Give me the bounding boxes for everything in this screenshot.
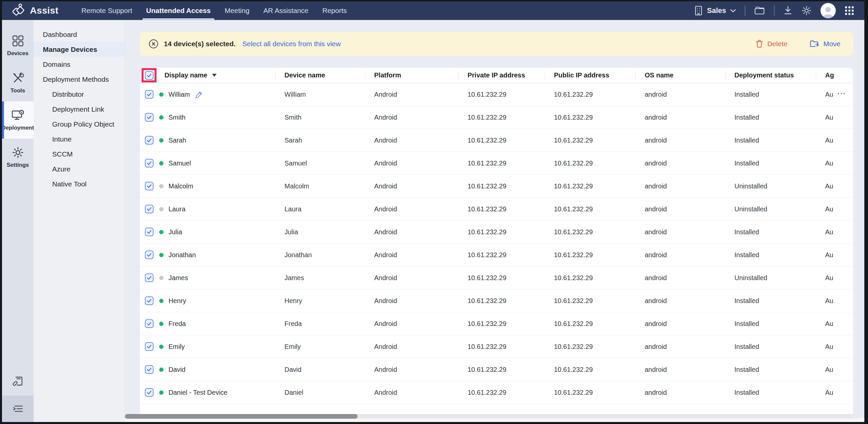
selection-banner: 14 device(s) selected. Select all device… [140, 32, 853, 56]
table-row: JamesJamesAndroid10.61.232.2910.61.232.2… [140, 267, 853, 290]
sidebar-item-domains[interactable]: Domains [34, 57, 125, 72]
horizontal-scrollbar-thumb[interactable] [125, 414, 358, 419]
column-label: Display name [164, 71, 207, 79]
private-ip-cell: 10.61.232.29 [458, 274, 545, 282]
app-window: Assist Remote SupportUnattended AccessMe… [0, 0, 868, 424]
deployment-status-cell: Installed [725, 366, 816, 373]
row-checkbox[interactable] [145, 136, 154, 145]
rail-item-label: Devices [7, 50, 28, 57]
sidebar-item-manage-devices[interactable]: Manage Devices [34, 42, 125, 57]
table-row: LauraLauraAndroid10.61.232.2910.61.232.2… [140, 198, 853, 221]
row-checkbox[interactable] [145, 342, 154, 351]
edit-name-icon[interactable] [195, 90, 203, 98]
public-ip-cell: 10.61.232.29 [545, 251, 636, 259]
download-icon[interactable] [783, 6, 793, 16]
private-ip-cell: 10.61.232.29 [458, 320, 545, 328]
row-checkbox[interactable] [145, 159, 154, 168]
platform-cell: Android [365, 228, 458, 236]
row-checkbox[interactable] [145, 365, 154, 374]
left-rail: DevicesToolsDeploymentSettings [2, 20, 34, 422]
row-checkbox[interactable] [145, 273, 154, 282]
private-ip-cell: 10.61.232.29 [458, 114, 545, 121]
device-name-cell: Samuel [275, 159, 365, 167]
row-checkbox[interactable] [145, 113, 154, 122]
sidebar-item-distributor[interactable]: Distributor [34, 87, 125, 102]
rail-item-deployment[interactable]: Deployment [2, 101, 34, 139]
clear-selection-icon[interactable] [149, 39, 158, 49]
nav-tab-meeting[interactable]: Meeting [218, 1, 256, 20]
org-picker[interactable]: Sales [694, 5, 736, 16]
device-name-cell: Jonathan [275, 251, 365, 259]
delete-button[interactable]: Delete [755, 39, 787, 48]
sidebar-item-sccm[interactable]: SCCM [34, 147, 125, 161]
offline-status-dot [159, 207, 163, 211]
row-checkbox[interactable] [145, 250, 154, 259]
row-actions-menu-icon[interactable]: ⋯ [837, 88, 846, 99]
nav-tab-reports[interactable]: Reports [315, 1, 354, 20]
os-name-cell: android [636, 274, 725, 282]
assist-logo-icon [12, 3, 26, 18]
sidebar-item-group-policy-object[interactable]: Group Policy Object [34, 117, 125, 131]
devices-table: Display name Device name Platform Privat… [140, 68, 853, 414]
device-name-cell: Emily [275, 343, 365, 351]
nav-tab-unattended-access[interactable]: Unattended Access [139, 1, 218, 20]
platform-cell: Android [365, 274, 458, 282]
deployment-status-cell: Installed [725, 389, 816, 396]
gear-icon[interactable] [801, 5, 812, 16]
private-ip-cell: 10.61.232.29 [458, 297, 545, 305]
rail-item-settings[interactable]: Settings [2, 139, 34, 176]
online-status-dot [159, 92, 163, 97]
sidebar-item-dashboard[interactable]: Dashboard [34, 27, 125, 42]
row-checkbox[interactable] [145, 205, 154, 213]
sidebar-item-deployment-link[interactable]: Deployment Link [34, 102, 125, 117]
os-name-cell: android [636, 251, 725, 259]
rail-item-tools[interactable]: Tools [2, 64, 34, 101]
column-header-display-name[interactable]: Display name [140, 68, 275, 83]
device-display-name: Laura [168, 205, 185, 213]
device-display-name: Sarah [168, 137, 186, 144]
display-name-cell: Laura [140, 205, 275, 213]
move-button[interactable]: Move [809, 39, 840, 48]
deployment-status-cell: Installed [725, 251, 816, 259]
row-checkbox[interactable] [145, 319, 154, 328]
rail-items: DevicesToolsDeploymentSettings [2, 27, 34, 176]
device-name-cell: Smith [275, 114, 365, 121]
row-checkbox[interactable] [145, 182, 154, 190]
sidebar-item-azure[interactable]: Azure [34, 161, 125, 177]
apps-grid-icon[interactable] [844, 6, 855, 16]
display-name-cell: Freda [140, 319, 275, 328]
os-name-cell: android [636, 320, 725, 328]
feedback-note-icon[interactable] [2, 367, 34, 395]
select-all-checkbox[interactable] [145, 71, 154, 80]
public-ip-cell: 10.61.232.29 [545, 274, 636, 282]
online-status-dot [159, 115, 163, 120]
row-checkbox[interactable] [145, 228, 154, 236]
rail-item-devices[interactable]: Devices [2, 27, 34, 64]
avatar[interactable] [820, 3, 836, 18]
row-checkbox[interactable] [145, 90, 154, 99]
devices-icon [12, 35, 24, 47]
brand[interactable]: Assist [2, 3, 66, 18]
horizontal-scrollbar[interactable] [125, 414, 853, 419]
row-checkbox[interactable] [145, 388, 154, 397]
device-display-name: Daniel - Test Device [168, 389, 227, 396]
nav-tab-ar-assistance[interactable]: AR Assistance [256, 1, 315, 20]
public-ip-cell: 10.61.232.29 [545, 159, 636, 167]
row-checkbox[interactable] [145, 296, 154, 305]
collapse-sidebar-icon[interactable] [2, 395, 34, 422]
os-name-cell: android [636, 91, 725, 98]
private-ip-cell: 10.61.232.29 [458, 251, 545, 259]
sidebar-item-intune[interactable]: Intune [34, 131, 125, 147]
folder-icon[interactable] [754, 6, 765, 15]
sidebar-item-deployment-methods[interactable]: Deployment Methods [34, 72, 125, 87]
online-status-dot [159, 253, 163, 257]
select-all-link[interactable]: Select all devices from this view [242, 40, 341, 48]
table-row: DavidDavidAndroid10.61.232.2910.61.232.2… [140, 358, 853, 381]
os-name-cell: android [636, 182, 725, 190]
settings-icon [12, 146, 24, 159]
nav-tab-remote-support[interactable]: Remote Support [74, 1, 139, 20]
chevron-down-icon [730, 9, 736, 12]
sidebar-item-native-tool[interactable]: Native Tool [34, 177, 125, 191]
platform-cell: Android [365, 159, 458, 167]
online-status-dot [159, 299, 163, 303]
